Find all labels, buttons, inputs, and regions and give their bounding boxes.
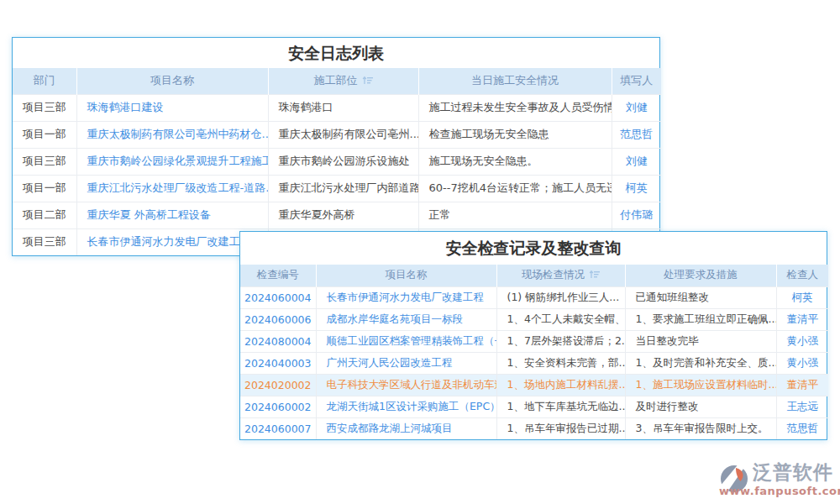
table-row[interactable]: 项目三部珠海鹤港口建设珠海鹤港口施工过程未发生安全事故及人员受伤情况刘健 <box>13 94 661 121</box>
cell-number[interactable]: 2024060006 <box>240 308 316 330</box>
cell-situation: (1) 钢筋绑扎作业三人... <box>496 286 625 308</box>
column-header-writer: 填写人 <box>612 68 661 94</box>
table-row[interactable]: 项目一部重庆江北污水处理厂级改造工程-道路...重庆江北污水处理厂内部道路60-… <box>13 175 661 202</box>
cell-department: 项目三部 <box>13 94 76 121</box>
safety-log-table: 部门项目名称施工部位当日施工安全情况填写人项目三部珠海鹤港口建设珠海鹤港口施工过… <box>13 68 661 255</box>
cell-measures: 1、要求施工班组立即正确佩... <box>625 308 776 330</box>
cell-status: 施工过程未发生安全事故及人员受伤情况 <box>418 94 612 121</box>
cell-situation: 1、场地内施工材料乱摆... <box>496 374 625 396</box>
fanpu-logo: 泛普软件 www.fanpusoft.com <box>719 460 837 499</box>
cell-project[interactable]: 顺德工业园区档案管理精装饰工程（一标段 <box>316 330 496 352</box>
cell-number[interactable]: 2024040003 <box>240 352 316 374</box>
cell-project[interactable]: 长春市伊通河水力发电厂改建工程 <box>316 286 496 308</box>
column-header-status: 当日施工安全情况 <box>418 68 612 94</box>
cell-number[interactable]: 2024060004 <box>240 286 316 308</box>
cell-situation: 1、7层外架搭设滞后；2... <box>496 330 625 352</box>
cell-number[interactable]: 2024020002 <box>240 374 316 396</box>
cell-situation: 1、吊车年审报告已过期... <box>496 417 625 439</box>
table-row[interactable]: 2024060004长春市伊通河水力发电厂改建工程(1) 钢筋绑扎作业三人...… <box>240 286 828 308</box>
cell-inspector[interactable]: 范思哲 <box>776 417 828 439</box>
table-row[interactable]: 项目一部重庆太极制药有限公司亳州中药材仓...重庆太极制药有限公司亳州...检查… <box>13 121 661 148</box>
sort-icon[interactable] <box>362 76 373 85</box>
column-header-label: 现场检查情况 <box>522 268 585 281</box>
cell-inspector[interactable]: 黄小强 <box>776 330 828 352</box>
column-header-project: 项目名称 <box>316 265 496 286</box>
cell-measures: 3、吊车年审报告限时上交。 <box>625 417 776 439</box>
column-header-inspector: 检查人 <box>776 265 828 286</box>
table-row[interactable]: 2024080004顺德工业园区档案管理精装饰工程（一标段1、7层外架搭设滞后；… <box>240 330 828 352</box>
cell-measures: 已通知班组整改 <box>625 286 776 308</box>
cell-project[interactable]: 广州天河人民公园改造工程 <box>316 352 496 374</box>
column-header-situation[interactable]: 现场检查情况 <box>496 265 625 286</box>
cell-measures: 1、及时完善和补充安全、质... <box>625 352 776 374</box>
cell-measures: 当日整改完毕 <box>625 330 776 352</box>
column-header-label: 填写人 <box>620 74 653 87</box>
cell-project[interactable]: 电子科技大学区域人行道及非机动车道工程 <box>316 374 496 396</box>
table-row[interactable]: 项目二部重庆华夏 外高桥工程设备重庆华夏外高桥正常付伟璐 <box>13 202 661 228</box>
column-header-location[interactable]: 施工部位 <box>268 68 418 94</box>
cell-project[interactable]: 西安成都路龙湖上河城项目 <box>316 417 496 439</box>
cell-number[interactable]: 2024060007 <box>240 417 316 439</box>
cell-inspector[interactable]: 董清平 <box>776 374 828 396</box>
column-header-label: 项目名称 <box>150 74 194 87</box>
cell-situation: 1、地下车库基坑无临边... <box>496 396 625 417</box>
cell-department: 项目三部 <box>13 228 76 255</box>
column-header-label: 施工部位 <box>314 74 358 87</box>
cell-project[interactable]: 重庆市鹅岭公园绿化景观提升工程施工 <box>76 148 268 175</box>
cell-department: 项目一部 <box>13 175 76 202</box>
cell-project[interactable]: 成都水岸华庭名苑项目一标段 <box>316 308 496 330</box>
cell-number[interactable]: 2024060002 <box>240 396 316 417</box>
table-row[interactable]: 2024060007西安成都路龙湖上河城项目1、吊车年审报告已过期...3、吊车… <box>240 417 828 439</box>
cell-project[interactable]: 龙湖天街城1区设计采购施工（EPC）总承 <box>316 396 496 417</box>
cell-writer[interactable]: 付伟璐 <box>612 202 661 228</box>
table-row[interactable]: 2024060006成都水岸华庭名苑项目一标段1、4个工人未戴安全帽、...1、… <box>240 308 828 330</box>
cell-project[interactable]: 重庆江北污水处理厂级改造工程-道路... <box>76 175 268 202</box>
cell-inspector[interactable]: 黄小强 <box>776 352 828 374</box>
table-row[interactable]: 2024020002电子科技大学区域人行道及非机动车道工程1、场地内施工材料乱摆… <box>240 374 828 396</box>
cell-status: 检查施工现场无安全隐患 <box>418 121 612 148</box>
safety-log-panel: 安全日志列表 部门项目名称施工部位当日施工安全情况填写人项目三部珠海鹤港口建设珠… <box>12 37 660 256</box>
cell-department: 项目一部 <box>13 121 76 148</box>
table-row[interactable]: 2024060002龙湖天街城1区设计采购施工（EPC）总承1、地下车库基坑无临… <box>240 396 828 417</box>
cell-measures: 1、施工现场应设置材料临时... <box>625 374 776 396</box>
cell-location: 珠海鹤港口 <box>268 94 418 121</box>
cell-status: 正常 <box>418 202 612 228</box>
cell-location: 重庆市鹅岭公园游乐设施处 <box>268 148 418 175</box>
column-header-label: 项目名称 <box>386 268 428 281</box>
cell-project[interactable]: 重庆太极制药有限公司亳州中药材仓... <box>76 121 268 148</box>
cell-department: 项目三部 <box>13 148 76 175</box>
cell-project[interactable]: 珠海鹤港口建设 <box>76 94 268 121</box>
cell-project[interactable]: 重庆华夏 外高桥工程设备 <box>76 202 268 228</box>
cell-inspector[interactable]: 董清平 <box>776 308 828 330</box>
cell-writer[interactable]: 刘健 <box>612 148 661 175</box>
column-header-label: 处理要求及措施 <box>664 268 738 281</box>
column-header-project: 项目名称 <box>76 68 268 94</box>
cell-writer[interactable]: 范思哲 <box>612 121 661 148</box>
cell-inspector[interactable]: 柯英 <box>776 286 828 308</box>
sort-icon[interactable] <box>589 270 600 279</box>
safety-inspection-title: 安全检查记录及整改查询 <box>240 232 827 265</box>
cell-department: 项目二部 <box>13 202 76 228</box>
cell-number[interactable]: 2024080004 <box>240 330 316 352</box>
column-header-label: 当日施工安全情况 <box>471 74 559 87</box>
safety-inspection-table: 检查编号项目名称现场检查情况处理要求及措施检查人2024060004长春市伊通河… <box>240 265 828 439</box>
cell-location: 重庆太极制药有限公司亳州... <box>268 121 418 148</box>
cell-situation: 1、安全资料未完善，部... <box>496 352 625 374</box>
table-row[interactable]: 2024040003广州天河人民公园改造工程1、安全资料未完善，部...1、及时… <box>240 352 828 374</box>
cell-location: 重庆江北污水处理厂内部道路 <box>268 175 418 202</box>
cell-writer[interactable]: 柯英 <box>612 175 661 202</box>
cell-inspector[interactable]: 王志远 <box>776 396 828 417</box>
cell-writer[interactable]: 刘健 <box>612 94 661 121</box>
table-row[interactable]: 项目三部重庆市鹅岭公园绿化景观提升工程施工重庆市鹅岭公园游乐设施处施工现场无安全… <box>13 148 661 175</box>
cell-status: 60--7挖机4台运转正常；施工人员无违... <box>418 175 612 202</box>
cell-status: 施工现场无安全隐患。 <box>418 148 612 175</box>
fanpu-logo-url: www.fanpusoft.com <box>719 485 837 497</box>
fanpu-logo-name: 泛普软件 <box>753 460 837 484</box>
column-header-department: 部门 <box>13 68 76 94</box>
cell-situation: 1、4个工人未戴安全帽、... <box>496 308 625 330</box>
column-header-number: 检查编号 <box>240 265 316 286</box>
column-header-label: 部门 <box>34 74 55 87</box>
cell-measures: 及时进行整改 <box>625 396 776 417</box>
column-header-label: 检查人 <box>787 268 819 281</box>
safety-inspection-panel: 安全检查记录及整改查询 检查编号项目名称现场检查情况处理要求及措施检查人2024… <box>239 231 827 440</box>
